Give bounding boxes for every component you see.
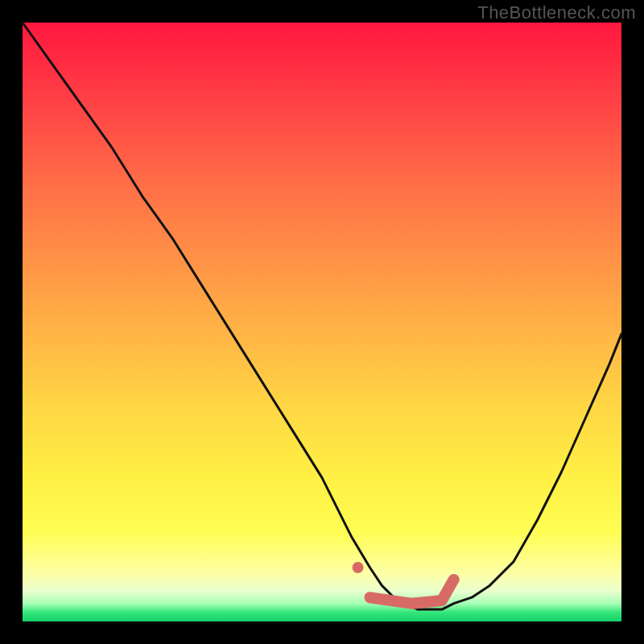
plot-area — [23, 23, 621, 621]
watermark-text: TheBottleneck.com — [477, 2, 636, 23]
curve-svg — [23, 23, 621, 621]
optimum-band-marker — [370, 580, 454, 604]
chart-frame: TheBottleneck.com — [0, 0, 644, 644]
optimum-point-marker — [353, 562, 364, 573]
bottleneck-curve — [23, 23, 621, 609]
